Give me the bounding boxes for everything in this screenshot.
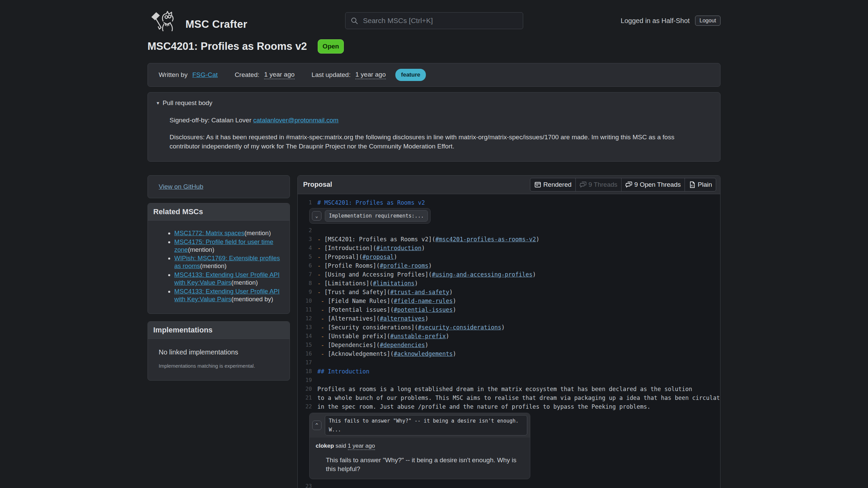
line-number: 3: [301, 235, 312, 244]
search-area: [317, 12, 551, 29]
related-msc-link[interactable]: WIPish: MSC1769: Extensible profiles as …: [174, 255, 280, 269]
plain-view-icon: 01: [689, 181, 696, 188]
code-line: 21to a whole bunch of our problems. This…: [301, 393, 720, 402]
implementations-title: Implementations: [148, 322, 290, 339]
related-msc-relation: (mention): [200, 262, 226, 269]
threads-icon: [579, 181, 587, 188]
chevron-down-icon[interactable]: ⌄: [312, 211, 321, 221]
created-label: Created:: [235, 71, 259, 79]
comment-thread-body: clokep said 1 year ago This fails to ans…: [310, 438, 530, 479]
proposal-panel: Proposal Rendered: [297, 175, 721, 488]
disclosures-text: Disclosures: As it has been requested in…: [170, 133, 697, 151]
line-number: 10: [301, 297, 312, 305]
anchor-link[interactable]: #alternatives: [380, 315, 425, 322]
author-link[interactable]: FSG-Cat: [192, 71, 218, 79]
line-number: 7: [301, 270, 312, 279]
line-number: 20: [301, 385, 312, 393]
logout-button[interactable]: Logout: [695, 16, 721, 26]
anchor-link[interactable]: #msc4201-profiles-as-rooms-v2: [435, 236, 536, 243]
collapsed-thread-label[interactable]: Implementation requirements:...: [325, 210, 428, 222]
code-line: 7- [Using and Accessing Profiles](#using…: [301, 270, 720, 279]
comment-thread: ^ This fails to answer "Why?" -- it bein…: [309, 413, 530, 479]
proposal-source: 1# MSC4201: Profiles as Rooms v2 ⌄ Imple…: [298, 194, 720, 488]
line-number: 15: [301, 341, 312, 349]
code-line: 16 - [Acknowledgements](#acknowledgement…: [301, 349, 720, 358]
search-icon: [350, 17, 358, 25]
pull-request-body-toggle[interactable]: ▾ Pull request body: [157, 99, 711, 107]
anchor-link[interactable]: #using-and-accessing-profiles: [432, 271, 533, 278]
created-time: 1 year ago: [264, 71, 295, 79]
rendered-view-icon: [534, 181, 541, 188]
code-line: 12 - [Alternatives](#alternatives): [301, 314, 720, 323]
anchor-link[interactable]: #security-considerations: [418, 324, 501, 331]
related-msc-link[interactable]: MSC1772: Matrix spaces: [174, 229, 244, 237]
code-line: 9- [Trust and Safety](#trust-and-safety): [301, 288, 720, 297]
brand: MSC Crafter: [147, 10, 317, 31]
related-msc-item: MSC4133: Extending User Profile API with…: [174, 271, 283, 287]
status-badge: Open: [318, 39, 344, 54]
comment-author: clokep: [316, 443, 334, 449]
line-number: 4: [301, 244, 312, 252]
signed-off-email-link[interactable]: catalanlover@protonmail.com: [253, 117, 339, 124]
tab-threads[interactable]: 9 Threads: [575, 178, 622, 191]
github-card: View on GitHub: [147, 175, 290, 198]
caret-down-icon: ▾: [157, 100, 159, 106]
code-line: 5- [Proposal](#proposal): [301, 252, 720, 261]
code-line: 6- [Profile Rooms](#profile-rooms): [301, 261, 720, 270]
code-line: 23: [301, 482, 720, 488]
title-row: MSC4201: Profiles as Rooms v2 Open: [147, 39, 721, 54]
pull-request-body-content: Signed-off-by: Catalan Lover catalanlove…: [157, 107, 711, 151]
anchor-link[interactable]: #acknowledgements: [394, 350, 453, 357]
comment-thread-header: ^ This fails to answer "Why?" -- it bein…: [310, 413, 530, 438]
anchor-link[interactable]: #unstable-prefix: [390, 333, 446, 340]
search-box[interactable]: [345, 12, 523, 29]
app-title: MSC Crafter: [185, 18, 247, 31]
signed-off-line: Signed-off-by: Catalan Lover catalanlove…: [170, 116, 711, 125]
related-msc-relation: (mention): [188, 246, 214, 253]
line-number: 1: [301, 198, 312, 207]
proposal-title: Proposal: [303, 181, 332, 188]
code-line: 10 - [Field Name Rules](#field-name-rule…: [301, 297, 720, 305]
code-line: 4- [Introduction](#introduction): [301, 244, 720, 252]
anchor-link[interactable]: #potential-issues: [394, 306, 453, 313]
chevron-up-icon[interactable]: ^: [312, 421, 321, 430]
tab-open-threads[interactable]: 9 Open Threads: [621, 178, 685, 191]
page-title: MSC4201: Profiles as Rooms v2: [147, 40, 307, 53]
related-msc-relation: (mention): [231, 279, 258, 286]
line-number: 6: [301, 261, 312, 270]
thread-quote[interactable]: This fails to answer "Why?" -- it being …: [325, 415, 527, 435]
related-msc-link[interactable]: MSC4133: Extending User Profile API with…: [174, 271, 280, 286]
line-number: 12: [301, 314, 312, 323]
implementations-note: Implementations matching is experimental…: [159, 363, 279, 369]
anchor-link[interactable]: #trust-and-safety: [390, 289, 449, 296]
collapsed-thread-chip: ⌄ Implementation requirements:...: [309, 208, 431, 224]
anchor-link[interactable]: #limitations: [373, 280, 415, 287]
line-number: 18: [301, 367, 312, 376]
line-number: 19: [301, 376, 312, 385]
comment-time: 1 year ago: [348, 443, 375, 450]
proposal-header: Proposal Rendered: [298, 176, 720, 194]
anchor-link[interactable]: #proposal: [362, 253, 394, 260]
view-on-github-link[interactable]: View on GitHub: [159, 183, 203, 190]
related-mscs-card: Related MSCs MSC1772: Matrix spaces(ment…: [147, 203, 290, 314]
view-tabs: Rendered 9 Threads 9: [530, 178, 716, 191]
anchor-link[interactable]: #introduction: [376, 245, 421, 251]
updated-label: Last updated:: [312, 71, 351, 79]
anchor-link[interactable]: #field-name-rules: [394, 298, 453, 304]
comment-text: This fails to answer "Why?" -- it being …: [316, 456, 524, 473]
tab-plain[interactable]: 01 Plain: [685, 178, 716, 191]
goblin-hammer-logo-icon: [147, 10, 179, 31]
svg-text:01: 01: [691, 184, 693, 187]
search-input[interactable]: [362, 16, 518, 25]
anchor-link[interactable]: #dependencies: [380, 342, 425, 348]
code-line: 18## Introduction: [301, 367, 720, 376]
anchor-link[interactable]: #profile-rooms: [380, 262, 428, 269]
open-threads-icon: [625, 181, 633, 188]
code-line: 13 - [Security considerations](#security…: [301, 323, 720, 332]
updated-time: 1 year ago: [355, 71, 386, 79]
code-line: 3- [MSC4201: Profiles as Rooms v2](#msc4…: [301, 235, 720, 244]
tab-rendered[interactable]: Rendered: [530, 178, 575, 191]
line-number: 2: [301, 226, 312, 235]
auth-area: Logged in as Half-Shot Logout: [551, 16, 721, 26]
related-msc-relation: (mentioned by): [231, 296, 273, 303]
